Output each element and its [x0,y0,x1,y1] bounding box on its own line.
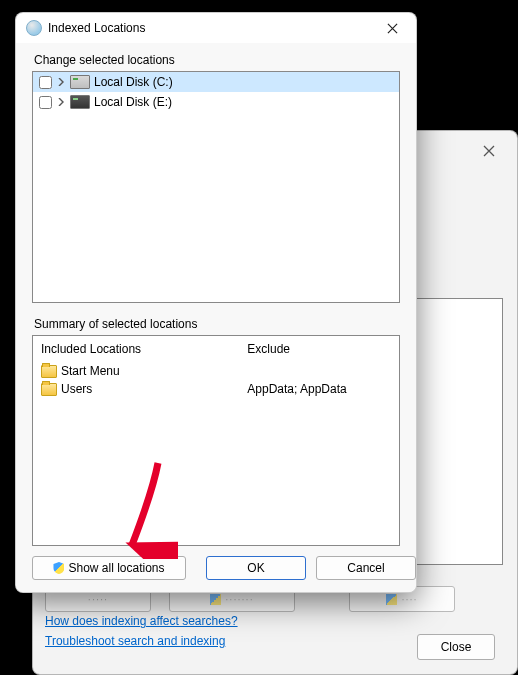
exclude-value: AppData; AppData [247,380,391,398]
indexed-locations-dialog: Indexed Locations Change selected locati… [15,12,417,593]
included-column: Included Locations Start Menu Users [33,336,239,545]
summary-label: Summary of selected locations [34,317,400,331]
show-all-label: Show all locations [68,561,164,575]
cancel-button[interactable]: Cancel [316,556,416,580]
exclude-value [247,362,391,380]
show-all-locations-button[interactable]: Show all locations [32,556,186,580]
expander-icon[interactable] [56,77,66,87]
link-how-indexing-affects[interactable]: How does indexing affect searches? [45,614,238,628]
parent-close-action-button[interactable]: Close [417,634,495,660]
parent-close-button[interactable] [471,137,507,165]
indexing-icon [26,20,42,36]
tree-row-e[interactable]: Local Disk (E:) [33,92,399,112]
exclude-header: Exclude [247,342,391,356]
expander-icon[interactable] [56,97,66,107]
exclude-column: Exclude AppData; AppData [239,336,399,545]
included-label: Start Menu [61,364,120,378]
ok-button[interactable]: OK [206,556,306,580]
included-header: Included Locations [41,342,231,356]
dialog-title: Indexed Locations [48,21,145,35]
ok-label: OK [247,561,264,575]
parent-close-label: Close [441,640,472,654]
included-label: Users [61,382,92,396]
titlebar: Indexed Locations [16,13,416,43]
uac-shield-icon [53,562,64,574]
folder-icon [41,383,57,396]
summary-box: Included Locations Start Menu Users Excl… [32,335,400,546]
close-button[interactable] [374,15,410,41]
tree-label: Local Disk (E:) [94,95,172,109]
tree-label: Local Disk (C:) [94,75,173,89]
drive-icon [70,75,90,89]
link-troubleshoot-indexing[interactable]: Troubleshoot search and indexing [45,634,238,648]
included-item[interactable]: Users [41,380,231,398]
tree-checkbox-e[interactable] [39,96,52,109]
tree-checkbox-c[interactable] [39,76,52,89]
locations-tree[interactable]: Local Disk (C:) Local Disk (E:) [32,71,400,303]
dialog-button-row: Show all locations OK Cancel [32,556,400,580]
drive-icon [70,95,90,109]
folder-icon [41,365,57,378]
exclude-text: AppData; AppData [247,382,346,396]
tree-row-c[interactable]: Local Disk (C:) [33,72,399,92]
parent-help-links: How does indexing affect searches? Troub… [45,614,238,648]
cancel-label: Cancel [347,561,384,575]
included-item[interactable]: Start Menu [41,362,231,380]
change-locations-label: Change selected locations [34,53,400,67]
